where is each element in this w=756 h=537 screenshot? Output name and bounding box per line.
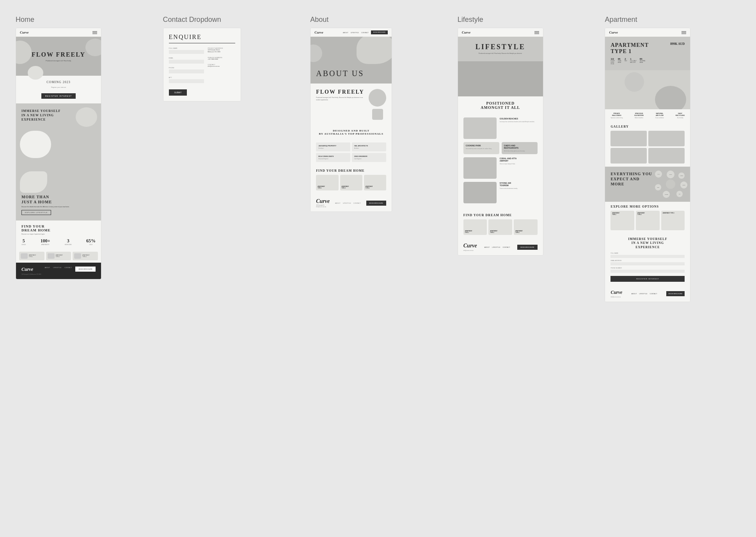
hamburger-icon[interactable] [92,31,97,34]
about-apt-2[interactable]: APARTMENT TYPE 3 [364,175,386,190]
about-footer-link-0[interactable]: ABOUT [335,202,341,204]
lifestyle-apt-0[interactable]: APARTMENT TYPE 1 [463,219,487,235]
apt-explore-label-2: APARTMENT TYPE 3 [661,211,685,215]
apt-explore-card-1[interactable]: APARTMENT TYPE 2 [636,211,660,230]
about-nav-btn[interactable]: BOOK BROCHURE [371,30,388,34]
apt-explore-card-0[interactable]: APARTMENT TYPE 1 [610,211,634,230]
apt-feature-2: NATURAL AIR FLOW Cross ventilation [655,112,664,119]
lifestyle-loc-title-4: IVYONG AIR TOURISM [500,182,518,187]
home-footer-link-1[interactable]: LIFESTYLE [53,267,61,268]
apt-feature-title-2: NATURAL AIR FLOW [655,112,664,116]
home-stat-2: 3 BEDROOMS [65,238,72,245]
about-footer-link-1[interactable]: LIFESTYLE [343,202,351,204]
about-pro-2: BCA CONSULTANTS Structural Engineer [316,153,350,162]
lifestyle-apt-2[interactable]: APARTMENT TYPE 3 [514,219,538,235]
contact-enquire-title: ENQUIRE [169,34,235,43]
lifestyle-loc-text-2: CORAL AND ATTA AIRPORT Close to major tr… [500,157,517,165]
lifestyle-hamburger-icon[interactable] [534,31,539,34]
home-footer-links: ABOUT LIFESTYLE CONTACT [44,267,72,268]
about-footer-sub: info@curve.com.au [316,206,330,208]
apt-price-label: FROM [610,63,685,65]
home-footer-btn[interactable]: BOOK BROCHURE [75,267,96,272]
about-find-title: FIND YOUR DREAM HOME [316,169,386,172]
about-nav-link-1[interactable]: LIFESTYLE [351,32,359,34]
lifestyle-loc-row-0: GOLDEN BEACHES Just steps from world-cla… [463,117,538,139]
contact-form-right: PROJECT ADDRESS 123 Example Street Melbo… [208,47,235,96]
about-nav-link-0[interactable]: ABOUT [343,32,348,34]
contact-phone-input[interactable] [169,69,204,73]
apt-footer-logo: Curve [610,290,622,295]
home-column: Home Curve FLOW FREELY Positioned amongs… [16,16,151,521]
apt-gallery-item-2 [610,148,647,164]
apt-stat-label-4: INTERNAL AREA [640,60,646,63]
apt-feature-3: EASY RECYCLING Eco friendly [676,112,685,119]
apartment-mockup: Curve APARTMENT TYPE 1 1/2 FLOOR LEVEL 9… [605,28,690,302]
lifestyle-footer-btn[interactable]: BOOK BROCHURE [517,245,538,250]
lifestyle-footer-link-contact[interactable]: CONTACT [502,246,510,248]
lifestyle-loc-row-2: CORAL AND ATTA AIRPORT Close to major tr… [463,157,538,179]
home-nav-logo: Curve [20,30,29,34]
about-pro-2-sub: Structural Engineer [318,158,348,160]
apt-register-email-input[interactable] [610,262,685,265]
contact-submit-btn[interactable]: SUBMIT [169,89,187,96]
contact-email-input[interactable] [169,60,204,64]
home-apt-0[interactable]: APARTMENT TYPE 1 [19,252,44,260]
apt-everything: EVERYTHING YOU EXPECT AND MORE GYM POOL … [605,167,690,202]
lifestyle-footer-left: Curve info@curve.com.au [463,243,477,251]
home-explore-btn[interactable]: EXPLORE LIFESTYLE [21,210,51,215]
about-footer-left: Curve 123 Example St info@curve.com.au [316,198,330,208]
apt-explore-card-2[interactable]: APARTMENT TYPE 3 [661,211,685,230]
about-footer-link-2[interactable]: CONTACT [353,202,361,204]
apt-hero-price-block: FROM 899K AUD [610,63,685,65]
about-apt-0[interactable]: APARTMENT TYPE 1 [316,175,338,190]
about-apt-label-0: APARTMENT TYPE 1 [318,186,337,189]
contact-apt-input[interactable] [169,79,204,83]
home-footer-address: 123 Example St, Melbourne VIC 3000 [21,274,41,275]
home-section1: IMMERSE YOURSELF IN A NEW LIVING EXPERIE… [16,103,101,166]
about-apt-1[interactable]: APARTMENT TYPE 2 [340,175,362,190]
apartment-column: Apartment Curve APARTMENT TYPE 1 1/2 FLO… [605,16,740,521]
home-apt-label-1: APARTMENT TYPE 2 [56,254,63,258]
apt-footer-link-1[interactable]: LIFESTYLE [639,293,647,295]
apt-feature-sub-2: Cross ventilation [655,117,664,119]
home-footer-link-0[interactable]: ABOUT [44,267,50,268]
apt-stat-label-1: TOTAL AREA [618,60,621,63]
lifestyle-nav: Curve [458,28,543,37]
apt-footer-link-0[interactable]: ABOUT [632,293,637,295]
apt-bubble-4: SPA [676,191,683,197]
contact-email-group: EMAIL [169,57,204,64]
lifestyle-footer-link-lifestyle[interactable]: LIFESTYLE [492,246,500,248]
lifestyle-loc-sub-0: Just steps from world-class beaches and … [500,121,535,123]
lifestyle-locations: GOLDEN BEACHES Just steps from world-cla… [458,114,543,210]
about-flow-title: FLOW FREELY [316,89,365,95]
contact-contact-value: info@curve.com.au [208,66,235,68]
lifestyle-footer-link-about[interactable]: ABOUT [484,246,490,248]
apt-footer-btn[interactable]: BOOK BROCHURE [666,291,685,296]
contact-email-label: EMAIL [169,57,204,59]
contact-enquire: ENQUIRE FULL NAME EMAIL PHONE [163,28,241,101]
lifestyle-label: Lifestyle [458,16,593,24]
lifestyle-loc-title-3: CORAL AND ATTA AIRPORT [500,157,517,162]
apt-footer-link-2[interactable]: CONTACT [650,293,657,295]
about-nav-link-2[interactable]: CONTACT [361,32,369,34]
apt-register-phone-input[interactable] [610,270,685,273]
apt-hamburger-icon[interactable] [681,31,686,34]
home-section2: MORE THAN JUST A HOME Discover the detai… [16,166,101,220]
home-register-btn[interactable]: REGISTER INTEREST [41,93,76,99]
apartment-label: Apartment [605,16,740,24]
about-footer: Curve 123 Example St info@curve.com.au A… [311,194,392,212]
home-footer-link-2[interactable]: CONTACT [64,267,72,268]
home-stat-0: 5 LEVELS [21,238,26,245]
about-pro-1-sub: Architect [354,148,384,149]
apt-feature-sub-0: Spacious outdoor living [610,117,623,119]
about-footer-btn[interactable]: BOOK BROCHURE [366,201,387,206]
apt-register-fullname-input[interactable] [610,255,685,258]
apt-hero-stats: 1/2 FLOOR LEVEL 95 TOTAL AREA 2 BED 1 FU… [610,58,685,63]
home-apt-2[interactable]: APARTMENT TYPE 3 [73,252,98,260]
stat-number-3: 65% [86,238,96,244]
lifestyle-apt-1[interactable]: APARTMENT TYPE 2 [488,219,512,235]
contact-fullname-input[interactable] [169,50,204,54]
apt-register-btn[interactable]: REGISTER INTEREST [610,276,685,282]
home-apt-1[interactable]: APARTMENT TYPE 2 [46,252,71,260]
apt-gallery-grid [610,131,685,164]
